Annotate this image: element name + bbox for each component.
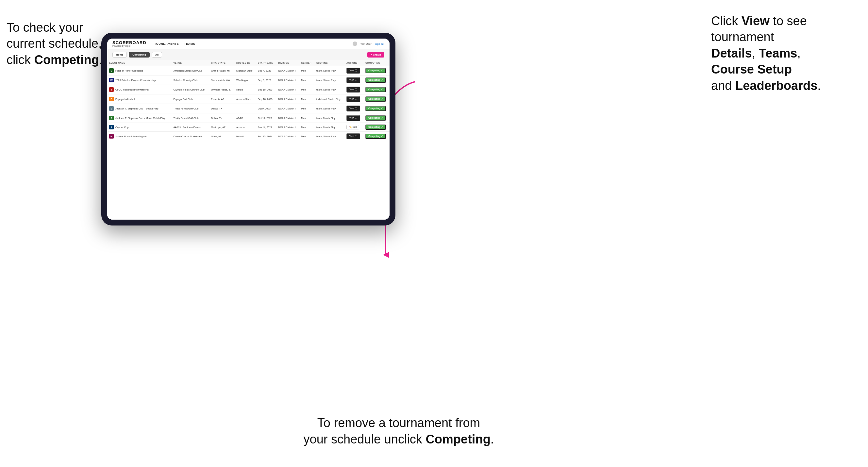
table-row: A Copper Cup Ak-Chin Southern DunesMaric… bbox=[107, 123, 390, 132]
view-button[interactable]: View ⓘ bbox=[346, 87, 360, 92]
competing-button[interactable]: Competing ✓ bbox=[365, 87, 386, 92]
nav-right: Test User Sign out bbox=[352, 41, 384, 46]
cell-event-name: S Folds of Honor Collegiate bbox=[107, 66, 171, 75]
cell-scoring: team, Stroke Play bbox=[314, 132, 344, 141]
view-button[interactable]: View ⓘ bbox=[346, 115, 360, 121]
col-city-state: CITY, STATE bbox=[209, 60, 234, 66]
cell-date: Sep 4, 2023 bbox=[256, 66, 277, 75]
view-button[interactable]: View ⓘ bbox=[346, 133, 360, 139]
filter-bar: Home Competing All + Create bbox=[107, 49, 390, 60]
table-container: EVENT NAME VENUE CITY, STATE HOSTED BY S… bbox=[107, 60, 390, 220]
cell-date: Feb 15, 2024 bbox=[256, 132, 277, 141]
cell-action[interactable]: View ⓘ bbox=[344, 85, 364, 94]
cell-competing[interactable]: Competing ✓ bbox=[364, 75, 390, 85]
cell-competing[interactable]: Competing ✓ bbox=[364, 94, 390, 104]
cell-hosted: Arizona State bbox=[234, 94, 256, 104]
view-button[interactable]: View ⓘ bbox=[346, 77, 360, 83]
cell-date: Sep 18, 2023 bbox=[256, 94, 277, 104]
brand-name: SCOREBOARD bbox=[113, 40, 147, 45]
tablet-screen: SCOREBOARD Powered by clippi TOURNAMENTS… bbox=[107, 38, 390, 220]
cell-action[interactable]: View ⓘ bbox=[344, 75, 364, 85]
event-name-text: Jackson T. Stephens Cup – Men's Match Pl… bbox=[115, 117, 165, 120]
col-competing: COMPETING bbox=[364, 60, 390, 66]
edit-button[interactable]: ✏️ Edit bbox=[346, 125, 359, 129]
cell-scoring: team, Match Play bbox=[314, 123, 344, 132]
view-button[interactable]: View ⓘ bbox=[346, 105, 360, 112]
cell-division: NCAA Division I bbox=[277, 75, 299, 85]
col-hosted-by: HOSTED BY bbox=[234, 60, 256, 66]
cell-hosted: Michigan State bbox=[234, 66, 256, 75]
event-name-text: OFCC Fighting Illini Invitational bbox=[115, 88, 149, 91]
cell-date: Sep 9, 2023 bbox=[256, 75, 277, 85]
annotation-bottom: To remove a tournament fromyour schedule… bbox=[268, 415, 529, 447]
cell-competing[interactable]: Competing ✓ bbox=[364, 132, 390, 141]
cell-action[interactable]: View ⓘ bbox=[344, 94, 364, 104]
create-btn[interactable]: + Create bbox=[367, 52, 384, 58]
cell-date: Oct 9, 2023 bbox=[256, 104, 277, 114]
cell-scoring: team, Match Play bbox=[314, 114, 344, 123]
nav-teams[interactable]: TEAMS bbox=[184, 42, 195, 45]
cell-action[interactable]: View ⓘ bbox=[344, 132, 364, 141]
nav-tournaments[interactable]: TOURNAMENTS bbox=[154, 42, 179, 45]
event-name-text: 2023 Sahalee Players Championship bbox=[115, 79, 156, 82]
team-logo: A bbox=[109, 125, 114, 129]
cell-gender: Men bbox=[299, 94, 314, 104]
view-button[interactable]: View ⓘ bbox=[346, 68, 360, 73]
cell-action[interactable]: View ⓘ bbox=[344, 66, 364, 75]
table-row: H John A. Burns Intercollegiate Ocean Co… bbox=[107, 132, 390, 141]
cell-city: Grand Haven, MI bbox=[209, 66, 234, 75]
event-name-text: John A. Burns Intercollegiate bbox=[115, 135, 147, 138]
signout-link[interactable]: Sign out bbox=[375, 42, 384, 45]
cell-city: Maricopa, AZ bbox=[209, 123, 234, 132]
cell-event-name: W 2023 Sahalee Players Championship bbox=[107, 75, 171, 85]
cell-competing[interactable]: Competing ✓ bbox=[364, 104, 390, 114]
view-button[interactable]: View ⓘ bbox=[346, 96, 360, 102]
cell-action[interactable]: View ⓘ bbox=[344, 104, 364, 114]
user-icon bbox=[352, 41, 357, 46]
cell-competing[interactable]: Competing ✓ bbox=[364, 66, 390, 75]
filter-home-btn[interactable]: Home bbox=[113, 52, 127, 58]
cell-division: NCAA Division I bbox=[277, 123, 299, 132]
filter-competing-btn[interactable]: Competing bbox=[129, 52, 150, 58]
cell-action[interactable]: View ⓘ bbox=[344, 114, 364, 123]
navbar: SCOREBOARD Powered by clippi TOURNAMENTS… bbox=[107, 38, 390, 49]
annotation-top-right: Click View to seetournamentDetails, Team… bbox=[711, 13, 862, 94]
cell-scoring: team, Stroke Play bbox=[314, 85, 344, 94]
nav-links: TOURNAMENTS TEAMS bbox=[154, 42, 195, 45]
cell-event-name: I OFCC Fighting Illini Invitational bbox=[107, 85, 171, 94]
team-logo: W bbox=[109, 78, 114, 82]
table-row: I OFCC Fighting Illini Invitational Olym… bbox=[107, 85, 390, 94]
competing-button[interactable]: Competing ✓ bbox=[365, 96, 386, 102]
competing-button[interactable]: Competing ✓ bbox=[365, 134, 386, 139]
competing-button[interactable]: Competing ✓ bbox=[365, 115, 386, 121]
cell-competing[interactable]: Competing ✓ bbox=[364, 123, 390, 132]
cell-action[interactable]: ✏️ Edit bbox=[344, 123, 364, 132]
table-row: W 2023 Sahalee Players Championship Saha… bbox=[107, 75, 390, 85]
cell-competing[interactable]: Competing ✓ bbox=[364, 85, 390, 94]
cell-division: NCAA Division I bbox=[277, 132, 299, 141]
competing-button[interactable]: Competing ✓ bbox=[365, 68, 386, 73]
competing-button[interactable]: Competing ✓ bbox=[365, 106, 386, 111]
annotation-top-right-text: Click View to seetournamentDetails, Team… bbox=[711, 14, 821, 92]
cell-event-name: H John A. Burns Intercollegiate bbox=[107, 132, 171, 141]
cell-event-name: J Jackson T. Stephens Cup – Men's Match … bbox=[107, 114, 171, 123]
competing-button[interactable]: Competing ✓ bbox=[365, 125, 386, 130]
cell-gender: Men bbox=[299, 114, 314, 123]
tournaments-table: EVENT NAME VENUE CITY, STATE HOSTED BY S… bbox=[107, 60, 390, 141]
tablet-frame: SCOREBOARD Powered by clippi TOURNAMENTS… bbox=[101, 33, 396, 225]
filter-all-btn[interactable]: All bbox=[152, 52, 162, 58]
user-text: Test User bbox=[361, 42, 372, 45]
col-event-name: EVENT NAME bbox=[107, 60, 171, 66]
cell-gender: Men bbox=[299, 104, 314, 114]
cell-venue: Ocean Course At Hokuala bbox=[171, 132, 209, 141]
cell-venue: Sahalee Country Club bbox=[171, 75, 209, 85]
cell-division: NCAA Division I bbox=[277, 85, 299, 94]
cell-scoring: individual, Stroke Play bbox=[314, 94, 344, 104]
cell-hosted: ABAC bbox=[234, 114, 256, 123]
cell-competing[interactable]: Competing ✓ bbox=[364, 114, 390, 123]
cell-hosted: Hawaii bbox=[234, 132, 256, 141]
competing-button[interactable]: Competing ✓ bbox=[365, 77, 386, 83]
cell-division: NCAA Division I bbox=[277, 94, 299, 104]
table-row: P Papago Individual Papago Golf ClubPhoe… bbox=[107, 94, 390, 104]
col-gender: GENDER bbox=[299, 60, 314, 66]
